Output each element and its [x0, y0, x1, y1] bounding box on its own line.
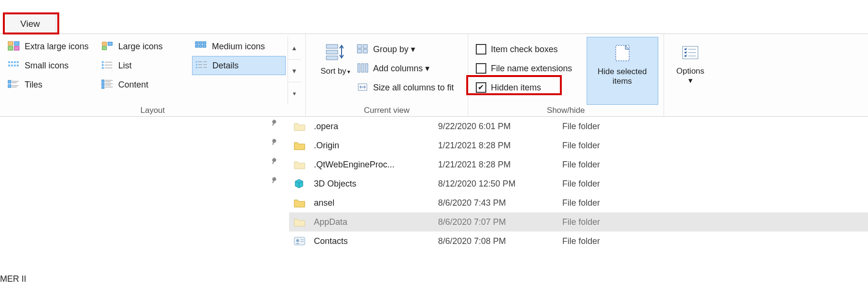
svg-rect-25 — [196, 64, 197, 66]
checkbox-label: Hidden items — [491, 83, 541, 93]
svg-rect-9 — [203, 42, 206, 44]
file-type: File folder — [562, 236, 677, 246]
small-icons-icon — [8, 60, 21, 71]
layout-gallery: Extra large iconsLarge iconsMedium icons… — [5, 37, 286, 105]
file-row[interactable]: .Origin1/21/2021 8:28 PMFile folder — [289, 136, 868, 155]
item-check-boxes-checkbox[interactable]: Item check boxes — [474, 40, 587, 59]
ribbon-group-current-view: Sort by Group by ▾ Add columns ▾ — [306, 34, 468, 116]
svg-rect-40 — [362, 64, 364, 72]
checkbox-icon: ✔ — [476, 82, 486, 93]
layout-gallery-down[interactable]: ▼ — [288, 60, 301, 83]
svg-rect-13 — [8, 61, 10, 63]
svg-rect-4 — [102, 42, 107, 45]
options-button[interactable]: Options▾ — [669, 37, 712, 105]
add-columns-button[interactable]: Add columns ▾ — [354, 59, 457, 78]
sort-by-label: Sort by — [321, 66, 350, 76]
file-type: File folder — [562, 121, 677, 132]
file-name-extensions-checkbox[interactable]: File name extensions — [474, 59, 587, 78]
layout-gallery-up[interactable]: ▲ — [288, 37, 301, 60]
file-row[interactable]: 3D Objects8/12/2020 12:50 PMFile folder — [289, 174, 868, 193]
layout-option-small-icons[interactable]: Small icons — [5, 56, 98, 75]
add-columns-icon — [357, 63, 369, 74]
svg-rect-19 — [14, 65, 16, 66]
navigation-pane[interactable]: MER II — [0, 117, 289, 287]
layout-option-label: Tiles — [25, 80, 43, 90]
content-pane: MER II .opera9/22/2020 6:01 PMFile folde… — [0, 117, 868, 287]
file-date-modified: 1/21/2021 8:28 PM — [438, 141, 562, 151]
svg-rect-32 — [326, 44, 338, 48]
ribbon-group-label — [689, 105, 692, 115]
pin-icon — [268, 156, 281, 169]
file-row[interactable]: .QtWebEngineProc...1/21/2021 8:28 PMFile… — [289, 155, 868, 174]
file-row[interactable]: .opera9/22/2020 6:01 PMFile folder — [289, 117, 868, 136]
layout-option-content[interactable]: Content — [98, 75, 192, 94]
medium-icons-icon — [195, 41, 208, 52]
svg-rect-29 — [102, 80, 104, 82]
svg-rect-1 — [14, 42, 19, 45]
folder-icon — [294, 198, 314, 208]
svg-rect-49 — [272, 161, 274, 164]
file-row[interactable]: ansel8/6/2020 7:43 PMFile folder — [289, 193, 868, 212]
list-icon — [101, 60, 115, 71]
layout-option-medium-icons[interactable]: Medium icons — [192, 37, 286, 56]
hide-selected-items-button[interactable]: Hide selected items — [587, 37, 658, 105]
svg-point-46 — [271, 138, 277, 144]
size-all-columns-button[interactable]: Size all columns to fit — [354, 78, 457, 97]
svg-rect-24 — [196, 61, 197, 63]
layout-option-details[interactable]: Details — [192, 56, 286, 75]
svg-rect-52 — [294, 237, 305, 245]
options-icon — [679, 42, 701, 64]
tiles-icon — [8, 79, 21, 90]
svg-rect-26 — [196, 67, 197, 68]
ribbon-tab-label: View — [21, 19, 40, 29]
svg-rect-28 — [8, 85, 11, 88]
svg-rect-3 — [14, 46, 19, 50]
layout-option-tiles[interactable]: Tiles — [5, 75, 98, 94]
svg-rect-47 — [272, 142, 274, 145]
svg-rect-34 — [326, 56, 338, 60]
folder-hidden-icon — [294, 160, 314, 169]
ribbon-group-label: Layout — [140, 105, 165, 115]
layout-option-list[interactable]: List — [98, 56, 192, 75]
file-name: ansel — [314, 198, 438, 208]
file-list[interactable]: .opera9/22/2020 6:01 PMFile folder.Origi… — [289, 117, 868, 287]
svg-rect-31 — [102, 87, 104, 88]
layout-option-label: Large icons — [118, 42, 163, 52]
checkbox-icon — [476, 44, 486, 55]
hide-selected-items-icon — [611, 42, 633, 64]
checkbox-label: File name extensions — [491, 64, 572, 74]
ribbon-group-options: Options▾ — [664, 34, 717, 116]
sort-by-button[interactable]: Sort by — [317, 37, 354, 105]
file-date-modified: 8/12/2020 12:50 PM — [438, 179, 562, 189]
hidden-items-checkbox[interactable]: ✔ Hidden items — [474, 78, 587, 97]
file-name: AppData — [314, 217, 438, 227]
layout-option-label: Content — [118, 80, 149, 90]
file-type: File folder — [562, 141, 677, 151]
group-by-button[interactable]: Group by ▾ — [354, 40, 457, 59]
svg-rect-37 — [363, 44, 367, 48]
svg-rect-35 — [357, 44, 362, 48]
file-type: File folder — [562, 160, 677, 170]
folder-hidden-icon — [294, 121, 314, 131]
3d-objects-icon — [294, 178, 314, 189]
svg-rect-16 — [17, 61, 19, 63]
layout-option-large-icons[interactable]: Large icons — [98, 37, 192, 56]
ribbon-group-label: Current view — [364, 105, 409, 115]
ribbon-tab-view[interactable]: View — [4, 13, 56, 33]
svg-rect-38 — [363, 49, 367, 53]
svg-rect-15 — [14, 61, 16, 63]
svg-rect-2 — [8, 46, 13, 50]
svg-rect-36 — [357, 49, 362, 53]
file-date-modified: 8/6/2020 7:08 PM — [438, 236, 562, 246]
file-date-modified: 1/21/2021 8:28 PM — [438, 160, 562, 170]
nav-truncated-item[interactable]: MER II — [0, 274, 26, 284]
file-row[interactable]: Contacts8/6/2020 7:08 PMFile folder — [289, 232, 868, 251]
svg-rect-12 — [203, 45, 206, 47]
layout-option-extra-large-icons[interactable]: Extra large icons — [5, 37, 98, 56]
svg-rect-5 — [108, 42, 112, 45]
pin-icon — [268, 175, 281, 188]
file-row[interactable]: AppData8/6/2020 7:07 PMFile folder — [289, 212, 868, 232]
svg-rect-45 — [272, 122, 274, 126]
svg-rect-39 — [358, 64, 360, 72]
layout-gallery-more[interactable]: ▾ — [288, 82, 301, 105]
